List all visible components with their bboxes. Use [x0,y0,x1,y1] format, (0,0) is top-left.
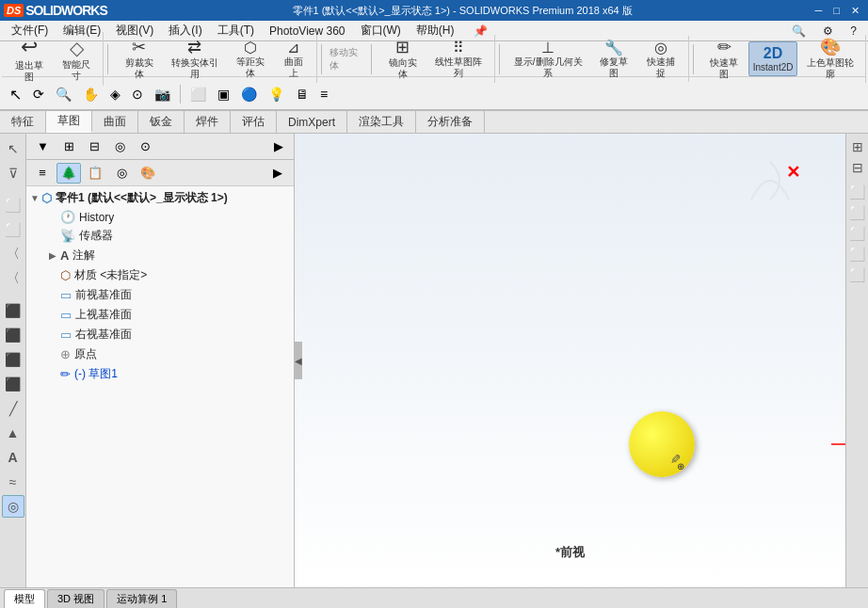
sidebar-expand-btn[interactable]: ▶ [267,136,290,156]
tool-display-icon[interactable]: ⬜ [186,86,210,103]
tool-select-icon[interactable]: ⟳ [29,86,48,103]
right-btn-4[interactable]: ⬜ [848,203,867,222]
repair-btn[interactable]: 🔧 修复草图 [590,36,636,82]
tab-dimxpert[interactable]: DimXpert [277,111,347,133]
edge-btn-8[interactable]: ⬛ [2,324,24,346]
mirror-btn[interactable]: ⊞ 镜向实体 [379,35,426,84]
sidebar-tool-4[interactable]: ⊙ [134,136,157,156]
tree-item-sensor[interactable]: 📡 传感器 [26,226,294,246]
tree-item-annotation[interactable]: ▶ A 注解 [26,246,294,265]
instant2d-icon: 2D [764,44,782,62]
right-btn-3[interactable]: ⬜ [848,183,867,201]
bottom-tabs: 模型 3D 视图 运动算例 1 [0,587,868,608]
sidebar-tool-2[interactable]: ⊟ [83,136,106,156]
edge-btn-3[interactable]: ⬜ [2,194,24,216]
tree-item-front-plane[interactable]: ▭ 前视基准面 [26,285,294,305]
right-plane-icon: ▭ [60,328,72,342]
sub-btn-5[interactable]: 🎨 [136,163,160,184]
right-btn-5[interactable]: ⬜ [848,224,867,243]
right-btn-1[interactable]: ⊞ [848,137,867,156]
instant2d-btn[interactable]: 2D Instant2D [748,41,797,76]
logo-ds: DS [4,4,24,17]
root-part-icon: ⬡ [41,191,52,205]
tree-item-material[interactable]: ⬡ 材质 <未指定> [26,265,294,285]
maximize-btn[interactable]: □ [828,4,844,17]
quick-snap-btn[interactable]: ◎ 快速捕捉 [637,36,683,82]
edge-btn-filter[interactable]: ⊽ [2,162,24,184]
edge-btn-10[interactable]: ⬛ [2,373,24,395]
sidebar-dropdown-btn[interactable]: ▼ [30,136,56,156]
tab-weldment[interactable]: 焊件 [185,111,231,133]
offset-label: 等距实体 [233,56,266,79]
tool-section-icon[interactable]: ⊙ [128,86,147,103]
minimize-btn[interactable]: ─ [811,4,828,17]
sidebar-tool-1[interactable]: ⊞ [57,136,81,156]
tree-item-right-plane[interactable]: ▭ 右视基准面 [26,325,294,344]
tab-model[interactable]: 模型 [4,589,45,608]
tool-lights-icon[interactable]: 💡 [265,86,288,103]
logo-sw: SOLIDWORKS [25,3,106,18]
sidebar-tool-3[interactable]: ◎ [108,136,132,156]
tab-motion[interactable]: 运动算例 1 [106,589,177,608]
tree-item-sketch1[interactable]: ✏ (-) 草图1 [26,364,294,384]
convert-btn[interactable]: ⇄ 转换实体引用 [163,35,226,84]
edge-btn-7[interactable]: ⬛ [2,299,24,322]
canvas-area[interactable]: ✕ ✏ ⊕ Y X *前视 ◀ [295,134,845,587]
edge-btn-5[interactable]: 〈 [2,243,24,265]
secondary-tools: ↖ ⟳ 🔍 ✋ ◈ ⊙ 📷 ⬜ ▣ 🔵 💡 🖥 ≡ [2,85,335,104]
toolbar-section-5: ✏ 快速草图 2D Instant2D 🎨 上色草图轮廓 [698,35,866,84]
sidebar-collapse-btn[interactable]: ◀ [295,342,302,379]
edge-btn-4[interactable]: ⬜ [2,218,24,241]
right-btn-2[interactable]: ⊟ [848,158,867,177]
edge-btn-6[interactable]: 〈 [2,267,24,290]
sub-btn-1[interactable]: ≡ [30,163,55,184]
tool-3d-icon[interactable]: ◈ [106,86,124,103]
edge-btn-1[interactable]: ↖ [2,137,24,160]
tool-wireframe-icon[interactable]: ▣ [214,86,233,103]
annotation-label: 注解 [72,248,95,264]
show-delete-btn[interactable]: ⊥ 显示/删除几何关系 [507,36,589,82]
right-btn-6[interactable]: ⬜ [848,245,867,264]
edge-btn-15[interactable]: ◎ [2,495,24,518]
toolbar-sep-1 [107,44,108,74]
sub-btn-4[interactable]: ◎ [109,163,134,184]
show-delete-icon: ⊥ [541,39,555,56]
tab-3d-view[interactable]: 3D 视图 [47,589,104,608]
close-btn[interactable]: ✕ [846,4,864,18]
tab-sheet-metal[interactable]: 钣金 [138,111,185,133]
offset-btn[interactable]: ⬡ 等距实体 [227,36,273,82]
tab-sketch[interactable]: 草图 [46,111,92,133]
tree-item-top-plane[interactable]: ▭ 上视基准面 [26,305,294,325]
sub-btn-3[interactable]: 📋 [83,163,107,184]
tool-arrow-icon[interactable]: ↖ [6,85,25,104]
surface-btn[interactable]: ⊿ 曲面上 [274,36,312,82]
tool-more-icon[interactable]: ≡ [316,86,331,103]
sub-btn-2[interactable]: 🌲 [56,163,81,184]
yellow-circle[interactable] [629,411,695,477]
tool-zoom-icon[interactable]: 🔍 [52,86,75,103]
trim-btn[interactable]: ✂ 剪裁实体 [116,35,162,84]
edge-btn-letter-a[interactable]: A [2,446,24,469]
tool-camera-icon[interactable]: 📷 [151,86,174,103]
history-label: History [79,211,114,224]
edge-btn-9[interactable]: ⬛ [2,348,24,371]
tree-item-origin[interactable]: ⊕ 原点 [26,344,294,364]
tab-render[interactable]: 渲染工具 [347,111,416,133]
tab-features[interactable]: 特征 [0,111,46,133]
edge-btn-11[interactable]: ╱ [2,397,24,420]
linear-array-btn[interactable]: ⠿ 线性草图阵列 [426,36,490,82]
tree-root-item[interactable]: ▼ ⬡ 零件1 (默认<<默认>_显示状态 1>) [26,188,294,208]
sub-btn-expand[interactable]: ▶ [265,163,290,184]
edge-btn-14[interactable]: ≈ [2,471,24,493]
tab-analysis[interactable]: 分析准备 [416,111,485,133]
edge-btn-12[interactable]: ▲ [2,422,24,444]
right-btn-7[interactable]: ⬜ [848,265,867,284]
tree-item-history[interactable]: 🕐 History [26,208,294,226]
tool-scene-icon[interactable]: 🖥 [292,86,313,103]
tab-surface[interactable]: 曲面 [92,111,138,133]
tab-evaluate[interactable]: 评估 [231,111,277,133]
color-sketch-btn[interactable]: 🎨 上色草图轮廓 [798,35,861,84]
tool-color-icon[interactable]: 🔵 [237,86,261,103]
quick-sketch-btn[interactable]: ✏ 快速草图 [701,35,747,84]
tool-pan-icon[interactable]: ✋ [79,86,103,103]
